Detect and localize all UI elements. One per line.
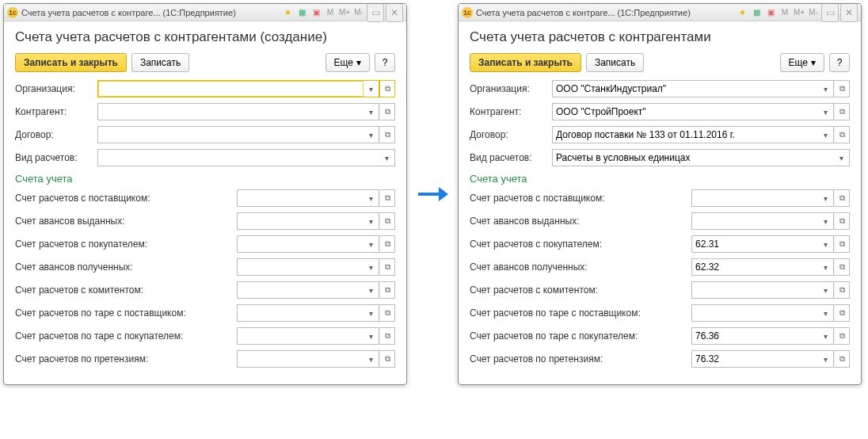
open-icon[interactable]: ⧉	[834, 189, 850, 207]
open-icon[interactable]: ⧉	[834, 258, 850, 276]
dropdown-icon[interactable]: ▾	[364, 126, 379, 143]
account-input[interactable]	[237, 350, 364, 368]
save-and-close-button[interactable]: Записать и закрыть	[15, 53, 127, 72]
dropdown-icon[interactable]: ▾	[818, 212, 834, 230]
mem-mplus[interactable]: M+	[793, 6, 805, 19]
save-and-close-button[interactable]: Записать и закрыть	[470, 53, 581, 72]
account-input[interactable]	[237, 212, 364, 230]
dropdown-icon[interactable]: ▾	[818, 126, 834, 143]
account-input[interactable]	[237, 235, 364, 253]
open-icon[interactable]: ⧉	[379, 350, 395, 368]
open-icon[interactable]: ⧉	[834, 212, 850, 230]
calendar-icon[interactable]: ▣	[310, 6, 322, 19]
favorite-icon[interactable]: ★	[736, 6, 748, 19]
page-title: Счета учета расчетов с контрагентами (со…	[15, 29, 395, 45]
dropdown-icon[interactable]: ▾	[818, 80, 834, 97]
open-icon[interactable]: ⧉	[379, 212, 395, 230]
dropdown-icon[interactable]: ▾	[834, 149, 850, 166]
dropdown-icon[interactable]: ▾	[379, 149, 395, 166]
open-icon[interactable]: ⧉	[379, 126, 395, 143]
org-input[interactable]	[97, 80, 364, 97]
dropdown-icon[interactable]: ▾	[364, 304, 379, 322]
account-label: Счет авансов выданных:	[470, 216, 650, 227]
mem-mplus[interactable]: M+	[338, 6, 351, 19]
mem-m[interactable]: M	[779, 6, 791, 19]
account-input[interactable]	[691, 189, 818, 207]
help-button[interactable]: ?	[375, 53, 395, 72]
dropdown-icon[interactable]: ▾	[818, 235, 834, 253]
calculator-icon[interactable]: ▦	[750, 6, 763, 19]
dropdown-icon[interactable]: ▾	[364, 281, 379, 299]
dropdown-icon[interactable]: ▾	[364, 103, 379, 120]
dropdown-icon[interactable]: ▾	[364, 212, 379, 230]
account-input[interactable]	[237, 189, 364, 207]
account-input[interactable]	[691, 350, 818, 368]
minimize-icon[interactable]: ▭	[367, 3, 384, 22]
contract-input[interactable]	[552, 126, 818, 143]
org-input[interactable]	[552, 80, 818, 97]
toolbar: Записать и закрыть Записать Еще▾ ?	[470, 53, 850, 72]
calc-type-input[interactable]	[552, 149, 834, 166]
account-input[interactable]	[237, 281, 364, 299]
account-input[interactable]	[691, 304, 818, 322]
open-icon[interactable]: ⧉	[379, 258, 395, 276]
calendar-icon[interactable]: ▣	[764, 6, 777, 19]
open-icon[interactable]: ⧉	[834, 350, 850, 368]
open-icon[interactable]: ⧉	[834, 235, 850, 253]
open-icon[interactable]: ⧉	[379, 235, 395, 253]
close-icon[interactable]: ✕	[840, 3, 858, 22]
open-icon[interactable]: ⧉	[834, 304, 850, 322]
open-icon[interactable]: ⧉	[379, 189, 395, 207]
calc-type-input[interactable]	[97, 149, 379, 166]
contragent-input[interactable]	[552, 103, 818, 120]
dropdown-icon[interactable]: ▾	[818, 281, 834, 299]
dropdown-icon[interactable]: ▾	[364, 350, 379, 368]
account-input[interactable]	[691, 212, 818, 230]
open-icon[interactable]: ⧉	[379, 80, 395, 97]
mem-m[interactable]: M	[324, 6, 337, 19]
open-icon[interactable]: ⧉	[834, 281, 850, 299]
save-button[interactable]: Записать	[131, 53, 189, 72]
dropdown-icon[interactable]: ▾	[364, 80, 379, 97]
calculator-icon[interactable]: ▦	[295, 6, 308, 19]
save-button[interactable]: Записать	[586, 53, 644, 72]
open-icon[interactable]: ⧉	[379, 327, 395, 345]
dropdown-icon[interactable]: ▾	[364, 235, 379, 253]
minimize-icon[interactable]: ▭	[821, 3, 839, 22]
dropdown-icon[interactable]: ▾	[818, 350, 834, 368]
open-icon[interactable]: ⧉	[379, 103, 395, 120]
dropdown-icon[interactable]: ▾	[818, 189, 834, 207]
contract-input[interactable]	[97, 126, 364, 143]
account-input[interactable]	[691, 281, 818, 299]
mem-mminus[interactable]: M-	[807, 6, 820, 19]
dropdown-icon[interactable]: ▾	[818, 103, 834, 120]
dropdown-icon[interactable]: ▾	[364, 327, 379, 345]
open-icon[interactable]: ⧉	[379, 304, 395, 322]
dropdown-icon[interactable]: ▾	[818, 327, 834, 345]
close-icon[interactable]: ✕	[386, 3, 403, 22]
open-icon[interactable]: ⧉	[834, 103, 850, 120]
account-input[interactable]	[237, 327, 364, 345]
dropdown-icon[interactable]: ▾	[364, 189, 379, 207]
contragent-input[interactable]	[97, 103, 364, 120]
open-icon[interactable]: ⧉	[834, 80, 850, 97]
account-input[interactable]	[691, 327, 818, 345]
org-label: Организация:	[470, 83, 549, 94]
dropdown-icon[interactable]: ▾	[818, 304, 834, 322]
chevron-down-icon: ▾	[811, 57, 816, 68]
mem-mminus[interactable]: M-	[352, 6, 365, 19]
account-input[interactable]	[237, 304, 364, 322]
account-input[interactable]	[691, 235, 818, 253]
account-input[interactable]	[691, 258, 818, 276]
account-input[interactable]	[237, 258, 364, 276]
open-icon[interactable]: ⧉	[834, 126, 850, 143]
window-title: Счета учета расчетов с контраге... (1С:П…	[21, 8, 236, 17]
open-icon[interactable]: ⧉	[834, 327, 850, 345]
dropdown-icon[interactable]: ▾	[364, 258, 379, 276]
dropdown-icon[interactable]: ▾	[818, 258, 834, 276]
more-button[interactable]: Еще▾	[780, 53, 824, 72]
open-icon[interactable]: ⧉	[379, 281, 395, 299]
more-button[interactable]: Еще▾	[326, 53, 370, 72]
favorite-icon[interactable]: ★	[281, 6, 294, 19]
help-button[interactable]: ?	[829, 53, 850, 72]
